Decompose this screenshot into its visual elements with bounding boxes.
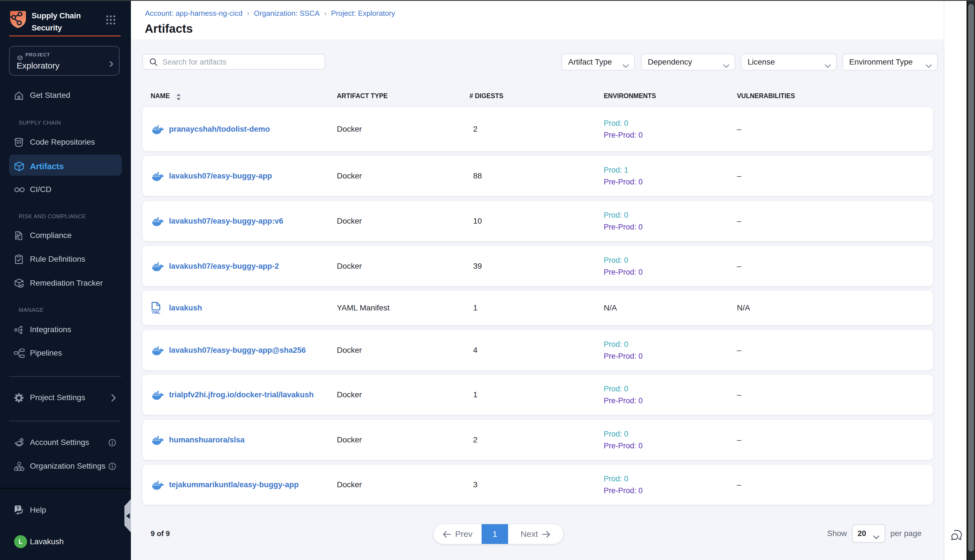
svg-text:?: ? xyxy=(17,505,20,511)
svg-text:YML: YML xyxy=(152,310,160,314)
